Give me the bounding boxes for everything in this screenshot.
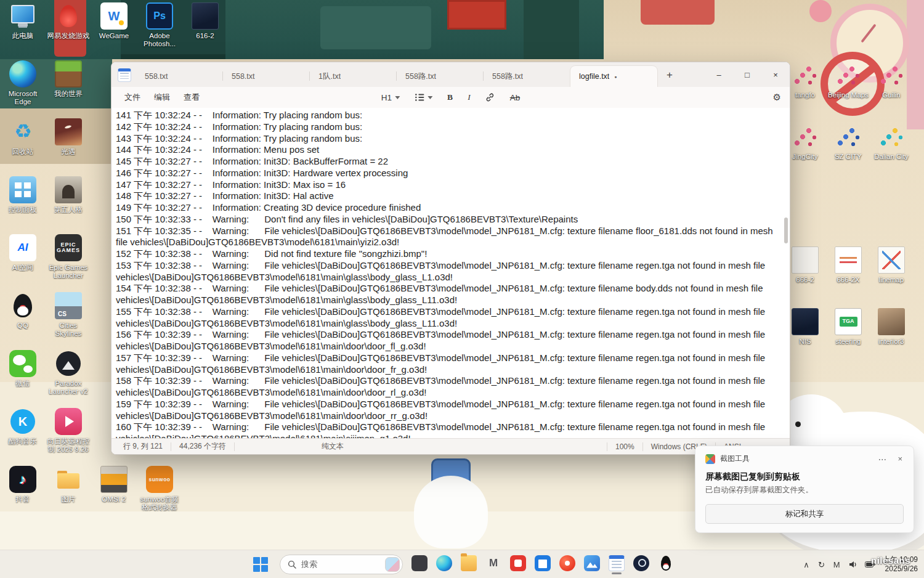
desktop-icon-label: 616-2 [183,32,227,40]
desktop-icon-thumb-dark[interactable]: 616-2 [183,2,227,60]
annotate-share-button[interactable]: 标记和共享 [705,504,904,524]
desktop-icon-paradox[interactable]: Paradox Launcher v2 [46,350,91,408]
desktop-icon-identity-v[interactable]: 第五人格 [46,176,91,234]
close-button[interactable]: × [761,62,790,87]
desktop-icon-wechat[interactable]: 微信 [1,350,45,408]
menus: 文件编辑查看 [118,89,206,106]
desktop-icon-tile [9,350,36,377]
italic-button[interactable]: I [465,91,473,104]
wallpaper-cabinet [524,0,579,59]
edge-icon[interactable] [436,550,452,578]
unsaved-dot-icon: ● [614,75,617,79]
notepad-tab-3[interactable]: 558路.txt [397,66,484,87]
tab-label: 558.txt [145,72,168,81]
heading-dropdown[interactable]: H1 [379,91,402,104]
qq-taskbar-icon[interactable] [658,550,674,578]
maximize-button[interactable]: □ [733,62,761,87]
clock-date: 2025/9/26 [883,564,918,574]
desktop-icon-tile [9,60,36,88]
desktop-icon-epic[interactable]: EPIC GAMES Epic Games Launcher [46,234,91,292]
new-tab-button[interactable]: + [661,67,678,84]
desktop-icon-minecraft[interactable]: 我的世界 [46,60,91,118]
tray-sync-icon[interactable]: ↻ [817,559,826,571]
zoom-level[interactable]: 100% [607,442,642,451]
desktop-icon-tile: TGA [835,308,862,335]
desktop-icon-tile: ♪ [9,466,36,493]
notepad-tab-1[interactable]: 558.txt [223,66,310,87]
list-icon [415,93,424,102]
desktop-icon-tile [55,466,82,493]
notepad-tab-bar: 558.txt 558.txt 1队.txt 558路.txt 558路.txt… [111,62,790,87]
volume-icon[interactable] [849,561,857,568]
steam-icon[interactable] [633,550,649,578]
desktop-icon-kugou[interactable]: K 酷狗音乐 [1,408,45,466]
desktop-icon-netease[interactable]: 网易发烧游戏 [46,2,91,60]
vertical-scrollbar[interactable] [782,108,789,438]
notepad-taskbar-icon[interactable] [609,550,625,578]
notepad-tab-2[interactable]: 1队.txt [310,66,397,87]
orange-app-icon[interactable] [559,550,575,578]
search-highlight-image[interactable] [385,557,400,572]
tray-chevron-icon[interactable]: ∧ [802,559,811,571]
store-app-icon[interactable] [535,550,551,578]
desktop-icon-thumb-photo[interactable]: interior3 [869,308,914,370]
notepad-tab-5[interactable]: logfile.txt ● [570,66,657,87]
desktop-icon-douyin[interactable]: ♪ 抖音 [1,466,45,524]
desktop-icon-ai[interactable]: AI AI空间 [1,234,45,292]
notepad-tab-0[interactable]: 558.txt [136,66,223,87]
desktop-icon-folder[interactable]: 图片 [46,466,91,524]
minimize-button[interactable]: – [705,62,733,87]
desktop-icon-sunflower[interactable]: 向日葵远程控制 2025 9.26 [46,408,91,466]
start-button[interactable] [250,554,271,575]
menu-1[interactable]: 编辑 [147,89,177,106]
desktop-icon-omsi[interactable]: OMSI 2 [92,466,136,524]
desktop-icon-sunwoo[interactable]: sunwoo sunwoo首频格式转换器 [137,466,182,524]
search-box[interactable]: 搜索 [280,555,403,574]
desktop-icon-cities[interactable]: CS Cities Skylines [46,292,91,350]
desktop-icon-thumb-map[interactable]: linemap [869,246,914,308]
desktop-icon-tga[interactable]: TGA steering [826,308,870,370]
dark-app-icon[interactable] [411,550,428,578]
menu-2[interactable]: 查看 [177,89,206,106]
desktop-icon-label: linemap [869,276,914,284]
desktop-icon-pc[interactable]: 此电脑 [1,2,45,60]
photos-app-icon[interactable] [584,550,600,578]
tray-m-icon[interactable]: M [832,559,841,571]
desktop-icon-tile [55,176,82,203]
desktop-icon-map-pink[interactable]: Beijing Maps [826,62,870,123]
strikethrough-button[interactable]: Ab [508,91,523,104]
desktop-icon-sky[interactable]: 光遇 [46,118,91,176]
running-indicator [466,572,471,574]
desktop-icon-qq[interactable]: QQ [1,292,45,350]
scrollbar-thumb[interactable] [784,218,788,243]
desktop-icon-tile [55,60,82,88]
desktop-icon-photoshop[interactable]: Ps Adobe Photosh... [137,2,182,60]
desktop-icon-label: 666-2X [826,276,870,284]
desktop-icon-wegame[interactable]: W WeGame [92,2,136,60]
desktop-icon-map-blue[interactable]: SZ CITY [826,123,870,185]
desktop-icon-recycle[interactable]: ♻ 回收站 [1,118,45,176]
taskbar-app-tile: M [485,555,501,571]
notepad-tab-4[interactable]: 558路.txt [484,66,570,87]
red-app-icon[interactable] [510,550,526,578]
desktop-icon-map-pink[interactable]: Guilin [869,62,914,123]
toast-close-icon[interactable]: × [896,454,904,463]
log-line-2: 143 下午 10:32:24 - - Information: Try pla… [116,133,780,145]
desktop-icon-tile [792,308,819,335]
desktop-icon-control-panel[interactable]: 控制面板 [1,176,45,234]
file-explorer-icon[interactable] [461,550,477,578]
list-dropdown[interactable] [412,91,435,104]
more-options-icon[interactable]: ⋯ [873,454,891,464]
menu-0[interactable]: 文件 [118,89,147,106]
taskbar-app-tile [510,555,526,571]
settings-gear-icon[interactable]: ⚙ [773,92,781,103]
link-button[interactable] [483,91,498,104]
desktop-icon-thumb-red[interactable]: 666-2X [826,246,870,308]
desktop-icon-map-cyan[interactable]: Dalian City [869,123,914,185]
running-indicator [612,572,622,574]
bold-button[interactable]: B [445,91,455,104]
m-app-icon[interactable]: M [485,550,501,578]
log-line-14: 155 下午 10:32:38 - - Warning: File vehicl… [116,306,780,330]
text-editor[interactable]: 141 下午 10:32:24 - - Information: Try pla… [111,108,790,438]
desktop-icon-edge[interactable]: Microsoft Edge [1,60,45,118]
